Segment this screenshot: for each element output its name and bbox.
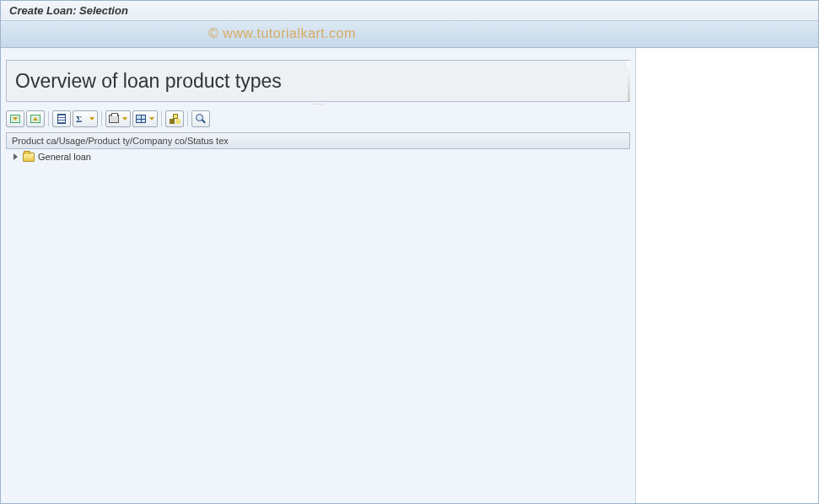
resize-grip[interactable]: ····· bbox=[1, 102, 635, 105]
print-icon bbox=[109, 115, 119, 123]
page-heading: Overview of loan product types bbox=[15, 70, 282, 93]
find-button[interactable] bbox=[191, 110, 210, 127]
menu-bar: © www.tutorialkart.com bbox=[1, 21, 818, 48]
window-title: Create Loan: Selection bbox=[9, 4, 128, 17]
print-button[interactable] bbox=[105, 110, 131, 127]
app-window: Create Loan: Selection © www.tutorialkar… bbox=[0, 0, 819, 504]
heading-box: Overview of loan product types bbox=[6, 60, 630, 102]
main-pane: Overview of loan product types ····· Σ P… bbox=[1, 48, 636, 503]
toolbar-separator bbox=[161, 111, 162, 126]
sigma-icon: Σ bbox=[76, 114, 82, 124]
expand-arrow-icon[interactable] bbox=[13, 153, 18, 160]
tree-item[interactable]: General loan bbox=[6, 149, 630, 164]
column-header-text: Product ca/Usage/Product ty/Company co/S… bbox=[12, 136, 229, 146]
layout-button[interactable] bbox=[132, 110, 158, 127]
expand-all-button[interactable] bbox=[6, 110, 24, 127]
title-bar: Create Loan: Selection bbox=[1, 1, 818, 21]
alv-toolbar: Σ bbox=[6, 109, 630, 129]
content-area: Overview of loan product types ····· Σ P… bbox=[1, 48, 818, 503]
right-pane bbox=[636, 48, 818, 503]
collapse-all-button[interactable] bbox=[26, 110, 45, 127]
toolbar-separator bbox=[187, 111, 188, 126]
tree-item-label: General loan bbox=[38, 152, 91, 162]
column-config-button[interactable] bbox=[52, 110, 71, 127]
expand-all-icon bbox=[10, 115, 20, 123]
toolbar-separator bbox=[48, 111, 49, 126]
watermark-text: © www.tutorialkart.com bbox=[208, 26, 356, 41]
toolbar-separator bbox=[101, 111, 102, 126]
folder-icon bbox=[23, 153, 35, 162]
spacer bbox=[1, 48, 635, 60]
column-config-icon bbox=[57, 114, 66, 124]
grid-icon bbox=[136, 115, 146, 123]
hierarchy-button[interactable] bbox=[165, 110, 184, 127]
sum-button[interactable]: Σ bbox=[73, 110, 98, 127]
collapse-all-icon bbox=[30, 115, 40, 123]
magnifier-icon bbox=[196, 114, 206, 124]
tree-column-header[interactable]: Product ca/Usage/Product ty/Company co/S… bbox=[6, 132, 630, 149]
hierarchy-icon bbox=[170, 114, 180, 124]
